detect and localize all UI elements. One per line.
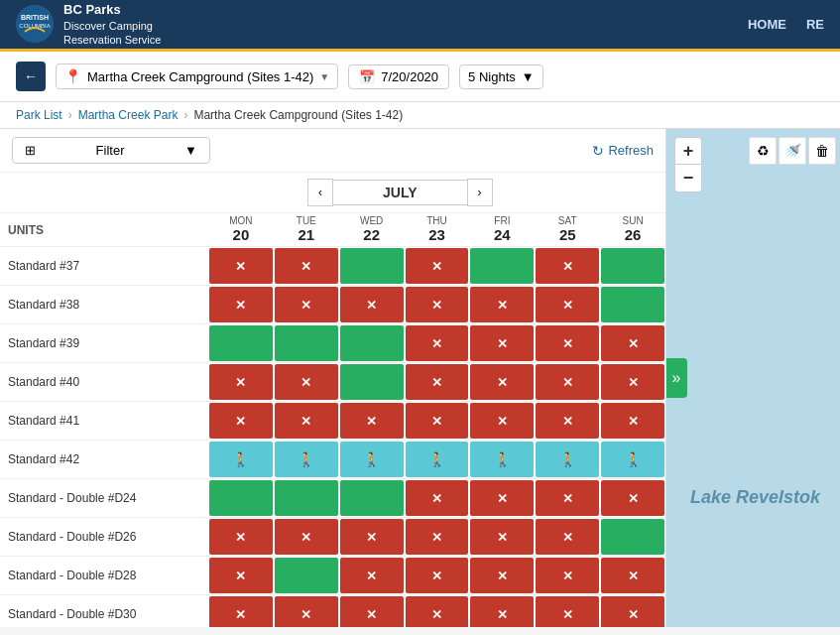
unavailable-x-icon: ✕ [562,530,573,545]
availability-cell: ✕ [536,287,599,322]
availability-cell: ✕ [536,248,599,284]
availability-cell[interactable] [275,480,338,516]
availability-cell[interactable] [275,558,338,593]
availability-cell: ✕ [601,325,664,361]
expand-map-button[interactable]: » [666,358,687,398]
unavailable-x-icon: ✕ [300,530,311,545]
unavailable-x-icon: ✕ [235,607,246,622]
availability-cell[interactable] [340,364,404,400]
day-header-6: SUN26 [600,215,665,244]
day-cells: ✕✕✕✕ [208,324,665,362]
availability-cell: ✕ [470,596,534,627]
nav-re[interactable]: RE [806,17,824,32]
availability-cell: ✕ [340,519,404,555]
breadcrumb-park-list[interactable]: Park List [16,108,62,122]
availability-cell: ✕ [275,403,338,439]
unavailable-x-icon: ✕ [628,414,639,429]
availability-cell: 🚶 [601,442,664,477]
breadcrumb-martha-creek-park[interactable]: Martha Creek Park [78,108,179,122]
availability-cell: ✕ [470,287,534,322]
table-row: Standard - Double #D26✕✕✕✕✕✕ [0,518,665,557]
nav-home[interactable]: HOME [748,17,786,32]
unavailable-x-icon: ✕ [300,298,311,313]
unavailable-x-icon: ✕ [562,607,573,622]
location-pin-icon: 📍 [64,68,81,84]
breadcrumb-sep-2: › [183,108,187,122]
unavailable-x-icon: ✕ [431,336,442,351]
back-button[interactable]: ← [16,62,46,91]
unavailable-x-icon: ✕ [628,375,639,390]
availability-cell: ✕ [406,519,469,555]
unavailable-x-icon: ✕ [562,491,573,506]
availability-cell: ✕ [406,325,469,361]
location-dropdown-arrow-icon: ▼ [319,71,329,82]
availability-cell[interactable] [340,480,404,516]
availability-cell: ✕ [406,596,469,627]
availability-cell[interactable] [601,287,664,322]
day-header-2: WED22 [339,215,405,244]
availability-cell: ✕ [275,248,338,284]
location-selector[interactable]: 📍 Martha Creek Campground (Sites 1-42) ▼ [56,64,338,89]
recycle-icon[interactable]: ♻ [749,137,777,165]
filter-button[interactable]: ⊞ Filter ▼ [12,137,210,164]
availability-cell: ✕ [209,558,273,593]
table-row: Standard #37✕✕✕✕ [0,247,665,286]
availability-cell: 🚶 [470,442,534,477]
prev-month-button[interactable]: ‹ [307,179,333,206]
day-header-4: FRI24 [469,215,535,244]
unit-name-label: Standard - Double #D26 [0,530,208,544]
zoom-out-button[interactable]: − [674,165,702,192]
availability-cell: ✕ [470,480,534,516]
shower-icon[interactable]: 🚿 [779,137,806,165]
availability-cell[interactable] [470,248,534,284]
filter-bar: ⊞ Filter ▼ ↻ Refresh [0,129,665,173]
availability-cell: ✕ [536,325,599,361]
app-header: BRITISH COLUMBIA BC Parks Discover Campi… [0,0,840,52]
availability-cell: ✕ [340,403,404,439]
availability-cell: ✕ [536,403,599,439]
unavailable-x-icon: ✕ [431,414,442,429]
day-header-1: TUE21 [274,215,339,244]
availability-cell: 🚶 [536,442,599,477]
table-row: Standard - Double #D24✕✕✕✕ [0,479,665,518]
lake-label: Lake Revelstok [690,487,820,508]
map-panel: + − ♻ 🚿 🗑 Lake Revelstok » [666,129,840,627]
zoom-in-button[interactable]: + [674,137,702,165]
nights-selector[interactable]: 5 Nights ▼ [459,64,543,89]
availability-cell[interactable] [340,325,404,361]
unit-name-label: Standard - Double #D30 [0,607,208,621]
next-month-button[interactable]: › [467,179,493,206]
availability-cell: ✕ [536,558,599,593]
refresh-button[interactable]: ↻ Refresh [592,143,654,159]
table-row: Standard - Double #D30✕✕✕✕✕✕✕ [0,595,665,627]
availability-cell[interactable] [209,325,273,361]
unavailable-x-icon: ✕ [431,569,442,583]
availability-cell: ✕ [470,325,534,361]
unavailable-x-icon: ✕ [497,530,508,545]
availability-cell: ✕ [470,519,534,555]
filter-arrow-icon: ▼ [184,143,197,158]
availability-cell[interactable] [601,519,664,555]
date-picker[interactable]: 📅 7/20/2020 [348,64,449,89]
availability-cell[interactable] [601,248,664,284]
availability-cell: ✕ [340,287,404,322]
map-amenity-icons: ♻ 🚿 🗑 [749,137,836,165]
unavailable-x-icon: ✕ [497,491,508,506]
toolbar: ← 📍 Martha Creek Campground (Sites 1-42)… [0,52,840,102]
table-row: Standard #40✕✕✕✕✕✕ [0,363,665,402]
calendar-icon: 📅 [359,69,375,84]
availability-cell[interactable] [275,325,338,361]
grid-body: Standard #37✕✕✕✕Standard #38✕✕✕✕✕✕Standa… [0,247,665,627]
unavailable-x-icon: ✕ [235,298,246,313]
availability-cell[interactable] [209,480,273,516]
available-person-icon: 🚶 [232,451,249,467]
availability-cell: ✕ [275,519,338,555]
trash-icon[interactable]: 🗑 [808,137,836,165]
availability-cell[interactable] [340,248,404,284]
availability-cell: ✕ [470,403,534,439]
availability-cell: ✕ [209,403,273,439]
unavailable-x-icon: ✕ [431,530,442,545]
availability-cell: ✕ [601,403,664,439]
unit-name-label: Standard #38 [0,298,208,312]
filter-icon: ⊞ [25,143,36,158]
